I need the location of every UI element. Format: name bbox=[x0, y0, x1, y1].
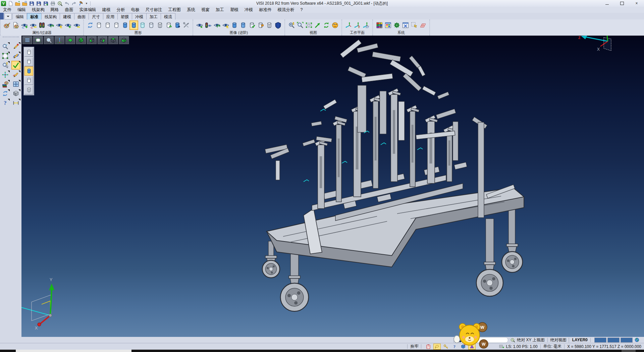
frame-corners-icon[interactable] bbox=[1, 51, 10, 60]
attr-brush-icon[interactable] bbox=[3, 20, 11, 30]
mag-arrows-icon[interactable] bbox=[296, 20, 305, 30]
mag-view-icon[interactable] bbox=[44, 36, 54, 44]
axis-plane-icon[interactable] bbox=[362, 20, 370, 30]
menu-item-18[interactable]: ? bbox=[298, 7, 306, 12]
print-icon[interactable] bbox=[50, 0, 56, 6]
cyl-recycle-icon[interactable] bbox=[164, 20, 173, 30]
toolbar-drag-handle[interactable] bbox=[3, 37, 19, 40]
eye-minus-icon[interactable] bbox=[72, 20, 81, 30]
pencil-delete-icon[interactable] bbox=[11, 42, 20, 51]
ribbon-tab-冲模[interactable]: 冲模 bbox=[132, 13, 147, 19]
select-hand-icon[interactable] bbox=[410, 20, 419, 30]
cube-gray-icon[interactable] bbox=[11, 89, 20, 98]
save-as-floppy-icon[interactable] bbox=[36, 0, 42, 6]
menu-item-16[interactable]: 标准件 bbox=[256, 7, 275, 13]
eye-refresh-icon[interactable] bbox=[46, 20, 55, 30]
cube-top-solid-icon[interactable] bbox=[65, 36, 75, 44]
menu-item-5[interactable]: 实体编辑 bbox=[76, 7, 99, 13]
window-palette-icon[interactable] bbox=[384, 20, 392, 30]
lasso-yellow-icon[interactable] bbox=[433, 344, 441, 350]
plane-white-icon[interactable] bbox=[33, 36, 43, 44]
window-panes-icon[interactable] bbox=[11, 80, 20, 88]
mag-pm-cube-icon[interactable] bbox=[1, 61, 10, 70]
ribbon-tab-加工[interactable]: 加工 bbox=[146, 13, 161, 19]
absolute-view-label[interactable]: 绝对视图 bbox=[550, 337, 567, 343]
menu-item-15[interactable]: 冲模 bbox=[241, 7, 256, 13]
ribbon-tab-线架构[interactable]: 线架构 bbox=[41, 13, 60, 19]
axis-origin-icon[interactable] bbox=[54, 36, 65, 44]
cyl-blue-icon[interactable] bbox=[24, 67, 33, 76]
menu-item-10[interactable]: 工程图 bbox=[165, 7, 184, 13]
cyl-outline-icon[interactable] bbox=[24, 76, 33, 85]
redo-icon[interactable] bbox=[71, 0, 77, 6]
axis-pencil-icon[interactable] bbox=[353, 20, 362, 30]
cube-right-icon[interactable] bbox=[97, 36, 108, 44]
cube-iso-icon[interactable] bbox=[76, 36, 86, 44]
minimize-button[interactable] bbox=[600, 0, 614, 7]
frame-ratio-icon[interactable] bbox=[305, 20, 313, 30]
menu-item-9[interactable]: 尺寸标注 bbox=[143, 7, 165, 13]
color-grid-icon[interactable] bbox=[375, 20, 384, 30]
layer-swatch-0[interactable] bbox=[594, 338, 606, 343]
cyl-blue-icon[interactable] bbox=[121, 20, 129, 30]
refresh-blue-icon[interactable] bbox=[86, 20, 95, 30]
quick-access-dropdown-icon[interactable]: ▼ bbox=[85, 2, 88, 5]
traffic-eye-icon[interactable] bbox=[204, 20, 213, 30]
tab-dropdown-icon[interactable] bbox=[4, 13, 12, 19]
gear-green-icon[interactable] bbox=[392, 20, 401, 30]
check-green-icon[interactable] bbox=[11, 61, 20, 70]
eye-remove-icon[interactable] bbox=[29, 20, 38, 30]
hamburger-icon[interactable] bbox=[22, 36, 33, 44]
menu-item-4[interactable]: 曲面 bbox=[62, 7, 76, 13]
cube-top-icon[interactable] bbox=[108, 36, 118, 44]
menu-item-6[interactable]: 建模 bbox=[99, 7, 114, 13]
maximize-button[interactable] bbox=[614, 0, 629, 7]
tools-cross-icon[interactable] bbox=[182, 20, 191, 30]
key-gold-icon[interactable] bbox=[442, 344, 449, 350]
refresh-green-icon[interactable] bbox=[322, 20, 331, 30]
ribbon-tab-曲面[interactable]: 曲面 bbox=[74, 13, 89, 19]
eye-plus-minus-icon[interactable] bbox=[221, 20, 230, 30]
taskbar-window-segment[interactable] bbox=[16, 350, 131, 352]
3d-viewport[interactable]: Y X Z X bbox=[21, 36, 644, 337]
cube-front-icon[interactable] bbox=[119, 36, 129, 44]
ribbon-tab-应用[interactable]: 应用 bbox=[103, 13, 118, 19]
grid-red-icon[interactable] bbox=[419, 20, 427, 30]
cyl-blue-icon[interactable] bbox=[230, 20, 239, 30]
viewport-canvas[interactable]: Y X Z X bbox=[21, 36, 644, 337]
globe-icon[interactable] bbox=[633, 337, 641, 343]
open-plus-icon[interactable] bbox=[21, 0, 28, 6]
layer-swatch-1[interactable] bbox=[607, 338, 620, 343]
cube-left-icon[interactable] bbox=[87, 36, 97, 44]
grid-plus-icon[interactable] bbox=[498, 344, 505, 350]
mag-select-icon[interactable] bbox=[1, 42, 10, 51]
eye-refresh-icon[interactable] bbox=[213, 20, 221, 30]
open-folder-icon[interactable] bbox=[14, 0, 21, 6]
cyl-striped-icon[interactable] bbox=[265, 20, 274, 30]
undo-icon[interactable] bbox=[64, 0, 70, 6]
cyl-outline-icon[interactable] bbox=[95, 20, 103, 30]
mascot-widget[interactable]: W W bbox=[453, 320, 490, 352]
units-readout[interactable]: 单位: 毫米 bbox=[543, 344, 562, 349]
layer-swatch-2[interactable] bbox=[621, 338, 633, 343]
refresh-blue-icon[interactable] bbox=[1, 89, 10, 98]
cyl-striped-icon[interactable] bbox=[24, 85, 33, 94]
clipboard-red-icon[interactable] bbox=[425, 344, 432, 350]
cyl-outline-icon[interactable] bbox=[103, 20, 112, 30]
cyl-outline-icon[interactable] bbox=[112, 20, 121, 30]
taskbar-segment[interactable] bbox=[622, 350, 636, 352]
shield-blue-icon[interactable] bbox=[274, 20, 282, 30]
ribbon-tab-标准[interactable]: 标准 bbox=[27, 13, 42, 19]
new-page-icon[interactable] bbox=[7, 0, 14, 6]
preview-magnifier-icon[interactable] bbox=[57, 0, 63, 6]
active-layer-label[interactable]: LAYER0 bbox=[572, 338, 588, 342]
store-icon[interactable] bbox=[78, 0, 84, 6]
eye-plus-minus-icon[interactable] bbox=[55, 20, 64, 30]
eye-add-icon[interactable] bbox=[20, 20, 29, 30]
cyl-striped-icon[interactable] bbox=[156, 20, 164, 30]
pencil-spline-icon[interactable] bbox=[11, 51, 20, 60]
menu-item-3[interactable]: 网格 bbox=[48, 7, 62, 13]
cyl-flag-icon[interactable] bbox=[256, 20, 265, 30]
arrow-ne-icon[interactable] bbox=[313, 20, 322, 30]
save-floppy-icon[interactable] bbox=[29, 0, 35, 6]
